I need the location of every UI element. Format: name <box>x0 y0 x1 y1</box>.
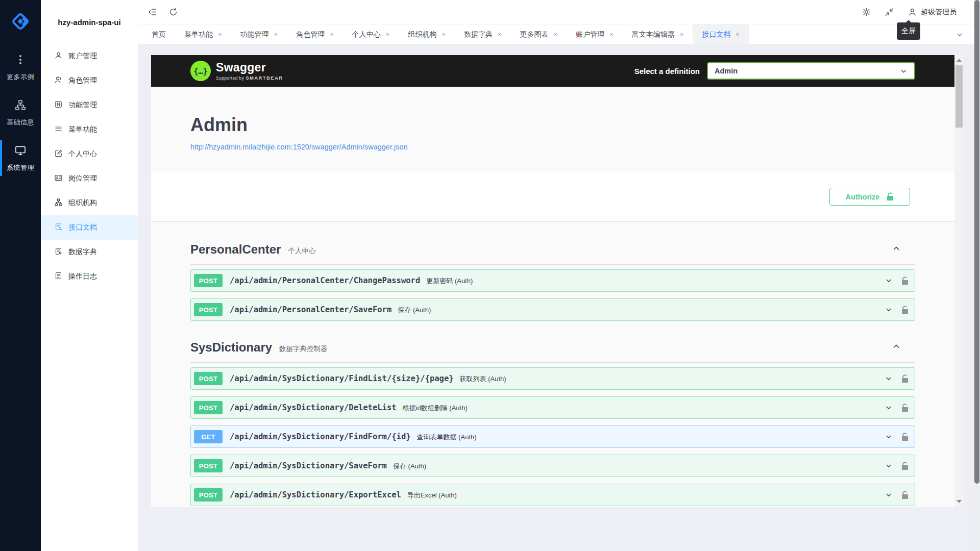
tab-更多图表[interactable]: 更多图表× <box>511 24 567 44</box>
sidebar-item-操作日志[interactable]: 操作日志 <box>41 264 138 289</box>
rail-item-基础信息[interactable]: 基础信息 <box>0 91 41 134</box>
sidebar-item-账户管理[interactable]: 账户管理 <box>41 44 138 68</box>
swagger-logo[interactable]: {…} Swagger Supported by SMARTBEAR <box>190 61 283 81</box>
tab-close-icon[interactable]: × <box>330 31 334 38</box>
chevron-down-icon[interactable] <box>885 404 893 412</box>
tab-label: 富文本编辑器 <box>632 30 675 39</box>
endpoint-row[interactable]: POST/api/admin/SysDictionary/FindList/{s… <box>190 367 915 390</box>
tab-label: 首页 <box>152 30 166 39</box>
refresh-icon[interactable] <box>168 7 178 17</box>
sidebar-item-接口文档[interactable]: 接口文档 <box>41 215 138 240</box>
swagger-scrollbar-thumb[interactable] <box>955 65 963 128</box>
swagger-body: Admin http://hzyadmin.milaizhijie.com:15… <box>151 87 954 507</box>
endpoint-row[interactable]: POST/api/admin/PersonalCenter/SaveForm保存… <box>190 298 915 321</box>
chevron-down-icon[interactable] <box>885 306 893 314</box>
sidebar-item-菜单功能[interactable]: 菜单功能 <box>41 117 138 142</box>
sidebar-item-角色管理[interactable]: 角色管理 <box>41 68 138 93</box>
endpoint-row[interactable]: GET/api/admin/SysDictionary/FindForm/{id… <box>190 425 915 448</box>
tab-close-icon[interactable]: × <box>554 31 558 38</box>
tab-富文本编辑器[interactable]: 富文本编辑器× <box>623 24 693 44</box>
method-badge: POST <box>194 401 223 414</box>
page-content: {…} Swagger Supported by SMARTBEAR Selec… <box>138 45 980 551</box>
tab-个人中心[interactable]: 个人中心× <box>343 24 399 44</box>
definition-select[interactable]: Admin <box>707 62 915 80</box>
org-chart-icon <box>54 198 63 208</box>
tab-菜单功能[interactable]: 菜单功能× <box>175 24 231 44</box>
tab-组织机构[interactable]: 组织机构× <box>399 24 455 44</box>
auth-lock-icon[interactable] <box>901 277 909 285</box>
sidebar-item-岗位管理[interactable]: 岗位管理 <box>41 166 138 191</box>
endpoint-description: 根据id数组删除 (Auth) <box>403 403 468 413</box>
auth-lock-icon[interactable] <box>901 404 909 412</box>
section-header[interactable]: PersonalCenter个人中心 <box>190 242 915 265</box>
endpoint-row[interactable]: POST/api/admin/PersonalCenter/ChangePass… <box>190 269 915 292</box>
endpoint-row[interactable]: POST/api/admin/SysDictionary/ExportExcel… <box>190 484 915 506</box>
org-chart-icon <box>14 99 27 113</box>
user-icon <box>54 51 63 61</box>
endpoint-row[interactable]: POST/api/admin/SysDictionary/SaveForm保存 … <box>190 455 915 477</box>
auth-lock-icon[interactable] <box>901 491 909 499</box>
doc-search-icon <box>54 222 63 233</box>
sidebar-item-数据字典[interactable]: 数据字典 <box>41 240 138 264</box>
section-header[interactable]: SysDictionary数据字典控制器 <box>190 340 915 363</box>
doc-gear-icon <box>54 247 63 257</box>
endpoint-actions <box>885 374 909 383</box>
tab-功能管理[interactable]: 功能管理× <box>231 24 287 44</box>
top-toolbar: 超级管理员 <box>138 0 980 24</box>
sidebar-item-个人中心[interactable]: 个人中心 <box>41 142 138 166</box>
feature-icon <box>54 100 63 110</box>
endpoint-row[interactable]: POST/api/admin/SysDictionary/DeleteList根… <box>190 396 915 419</box>
authorize-button[interactable]: Authorize <box>829 188 910 206</box>
user-menu[interactable]: 超级管理员 <box>908 7 957 17</box>
tab-label: 角色管理 <box>296 30 325 39</box>
tab-close-icon[interactable]: × <box>218 31 222 38</box>
chevron-down-icon[interactable] <box>885 462 893 470</box>
chevron-down-icon[interactable] <box>885 277 893 285</box>
chevron-down-icon[interactable] <box>885 491 893 499</box>
tab-数据字典[interactable]: 数据字典× <box>455 24 511 44</box>
auth-lock-icon[interactable] <box>901 462 909 470</box>
fullscreen-exit-icon[interactable] <box>885 7 894 17</box>
section-description: 个人中心 <box>288 243 315 256</box>
tab-close-icon[interactable]: × <box>442 31 446 38</box>
swagger-scrollbar[interactable] <box>954 55 964 507</box>
auth-lock-icon[interactable] <box>901 374 909 383</box>
tab-close-icon[interactable]: × <box>498 31 502 38</box>
app-logo[interactable] <box>0 0 41 43</box>
tab-close-icon[interactable]: × <box>609 31 614 38</box>
window-scrollbar-thumb[interactable] <box>974 0 979 484</box>
chevron-down-icon[interactable] <box>885 374 893 383</box>
window-scrollbar[interactable] <box>974 0 980 551</box>
sidebar-item-label: 数据字典 <box>68 247 97 257</box>
api-spec-link[interactable]: http://hzyadmin.milaizhijie.com:1520/swa… <box>190 143 408 151</box>
main-area: 超级管理员 首页菜单功能×功能管理×角色管理×个人中心×组织机构×数据字典×更多… <box>138 0 980 551</box>
tab-close-icon[interactable]: × <box>274 31 278 38</box>
tab-close-icon[interactable]: × <box>680 31 684 38</box>
rail-item-更多示例[interactable]: 更多示例 <box>0 46 41 88</box>
tab-options-chevron-icon[interactable] <box>955 24 964 45</box>
settings-gear-icon[interactable] <box>862 7 871 17</box>
tab-账户管理[interactable]: 账户管理× <box>567 24 623 44</box>
scroll-down-arrow-icon[interactable] <box>957 500 962 503</box>
tab-首页[interactable]: 首页 <box>142 24 175 44</box>
edit-square-icon <box>54 149 63 159</box>
tab-close-icon[interactable]: × <box>386 31 390 38</box>
chevron-down-icon[interactable] <box>885 433 893 441</box>
tab-label: 个人中心 <box>352 30 381 39</box>
menu-fold-icon[interactable] <box>148 7 157 17</box>
endpoint-list: POST/api/admin/PersonalCenter/ChangePass… <box>190 265 915 321</box>
scroll-up-arrow-icon[interactable] <box>957 59 962 62</box>
tab-接口文档[interactable]: 接口文档× <box>693 24 749 44</box>
auth-lock-icon[interactable] <box>901 306 909 314</box>
chevron-up-icon[interactable] <box>892 342 901 353</box>
swagger-frame: {…} Swagger Supported by SMARTBEAR Selec… <box>151 55 964 507</box>
tab-close-icon[interactable]: × <box>736 31 740 38</box>
sidebar-item-组织机构[interactable]: 组织机构 <box>41 191 138 215</box>
tab-角色管理[interactable]: 角色管理× <box>287 24 343 44</box>
auth-lock-icon[interactable] <box>901 433 909 441</box>
chevron-up-icon[interactable] <box>892 244 901 255</box>
sidebar-item-功能管理[interactable]: 功能管理 <box>41 93 138 117</box>
rail-item-系统管理[interactable]: 系统管理 <box>0 137 41 179</box>
monitor-icon <box>14 144 27 159</box>
endpoint-description: 保存 (Auth) <box>398 305 431 315</box>
